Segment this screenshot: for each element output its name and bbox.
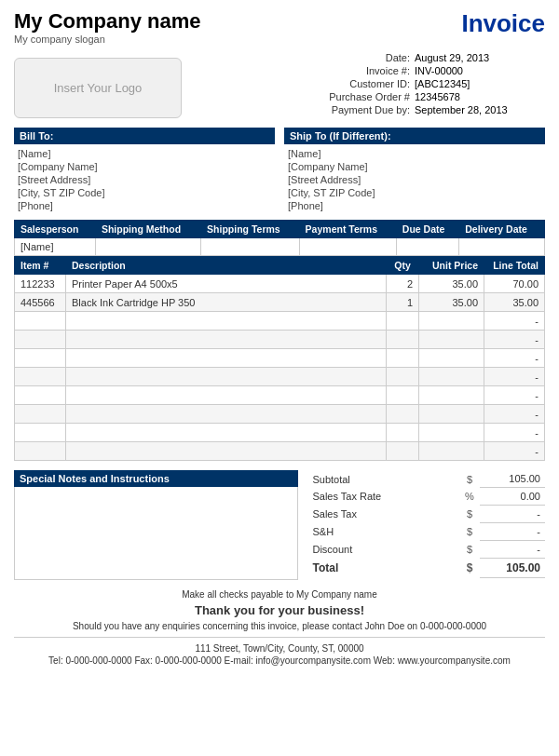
due-date-val: [396, 238, 458, 256]
subtotal-value: 105.00: [480, 470, 545, 488]
tax-rate-value: 0.00: [480, 488, 545, 506]
company-slogan: My company slogan: [14, 34, 201, 45]
table-row: 112233Printer Paper A4 500x5235.0070.00: [15, 275, 545, 293]
ship-line-3: [Street Address]: [284, 173, 545, 186]
bill-line-1: [Name]: [14, 147, 275, 160]
item-cell-item: [15, 424, 66, 442]
total-symbol: $: [459, 559, 480, 578]
bottom-section: Special Notes and Instructions Subtotal …: [14, 470, 545, 580]
sh-symbol: $: [459, 523, 480, 541]
payment-terms-val: [299, 238, 396, 256]
item-cell-qty: 1: [387, 293, 419, 312]
salesperson-table: Salesperson Shipping Method Shipping Ter…: [14, 220, 545, 256]
footer-contact: Tel: 0-000-000-0000 Fax: 0-000-000-0000 …: [14, 655, 545, 666]
ship-line-1: [Name]: [284, 147, 545, 160]
item-cell-total: 70.00: [484, 275, 545, 293]
item-cell-item: [15, 386, 66, 405]
table-row: -: [15, 368, 545, 386]
item-cell-qty: [387, 386, 419, 405]
item-cell-total: -: [484, 405, 545, 424]
subtotal-row: Subtotal $ 105.00: [307, 470, 545, 488]
bill-to-box: Bill To: [Name] [Company Name] [Street A…: [14, 128, 275, 212]
date-label: Date:: [298, 52, 410, 63]
col-shipping-method: Shipping Method: [95, 221, 200, 238]
sales-tax-value: -: [480, 506, 545, 523]
item-cell-qty: [387, 368, 419, 386]
discount-label: Discount: [307, 541, 459, 559]
subtotal-symbol: $: [459, 470, 480, 488]
shipping-terms-val: [201, 238, 300, 256]
item-cell-qty: [387, 442, 419, 461]
item-cell-desc: [66, 442, 387, 461]
item-cell-total: 35.00: [484, 293, 545, 312]
item-cell-item: [15, 331, 66, 349]
sh-row: S&H $ -: [307, 523, 545, 541]
shipping-method-val: [95, 238, 200, 256]
table-row: -: [15, 349, 545, 368]
item-cell-desc: [66, 424, 387, 442]
bill-line-5: [Phone]: [14, 199, 275, 212]
item-cell-total: -: [484, 424, 545, 442]
item-cell-item: 445566: [15, 293, 66, 312]
item-cell-desc: [66, 386, 387, 405]
ship-to-box: Ship To (If Different): [Name] [Company …: [284, 128, 545, 212]
sh-label: S&H: [307, 523, 459, 541]
delivery-date-val: [459, 238, 545, 256]
payment-due-label: Payment Due by:: [298, 104, 410, 115]
purchase-order-value: 12345678: [415, 91, 545, 102]
col-line-total: Line Total: [484, 257, 545, 275]
table-row: -: [15, 331, 545, 349]
item-cell-unit: [419, 349, 484, 368]
bill-line-3: [Street Address]: [14, 173, 275, 186]
totals-box: Subtotal $ 105.00 Sales Tax Rate % 0.00 …: [307, 470, 545, 580]
table-row: -: [15, 386, 545, 405]
tax-rate-label: Sales Tax Rate: [307, 488, 459, 506]
item-cell-unit: [419, 405, 484, 424]
col-delivery-date: Delivery Date: [459, 221, 545, 238]
col-qty: Qty: [387, 257, 419, 275]
item-cell-qty: [387, 349, 419, 368]
table-row: -: [15, 424, 545, 442]
item-cell-qty: 2: [387, 275, 419, 293]
item-cell-total: -: [484, 331, 545, 349]
col-salesperson: Salesperson: [15, 221, 96, 238]
item-cell-item: 112233: [15, 275, 66, 293]
discount-symbol: $: [459, 541, 480, 559]
total-row: Total $ 105.00: [307, 559, 545, 578]
invoice-title: Invoice: [461, 9, 545, 38]
customer-id-value: [ABC12345]: [415, 78, 545, 89]
item-cell-item: [15, 349, 66, 368]
item-cell-qty: [387, 312, 419, 331]
footer-divider: [14, 637, 545, 638]
item-cell-desc: [66, 349, 387, 368]
sales-tax-symbol: $: [459, 506, 480, 523]
col-payment-terms: Payment Terms: [299, 221, 396, 238]
customer-id-label: Customer ID:: [298, 78, 410, 89]
item-cell-desc: [66, 405, 387, 424]
total-value: 105.00: [480, 559, 545, 578]
item-cell-qty: [387, 331, 419, 349]
notes-box: Special Notes and Instructions: [14, 470, 298, 580]
item-cell-unit: [419, 442, 484, 461]
enquiries: Should you have any enquiries concerning…: [14, 621, 545, 631]
invoice-num-value: INV-00000: [415, 65, 545, 76]
sales-tax-label: Sales Tax: [307, 506, 459, 523]
totals-table: Subtotal $ 105.00 Sales Tax Rate % 0.00 …: [307, 470, 545, 578]
discount-value: -: [480, 541, 545, 559]
bill-to-header: Bill To:: [14, 128, 275, 144]
table-row: -: [15, 312, 545, 331]
table-row: -: [15, 405, 545, 424]
item-cell-item: [15, 442, 66, 461]
item-cell-desc: [66, 312, 387, 331]
col-description: Description: [66, 257, 387, 275]
tax-rate-symbol: %: [459, 488, 480, 506]
table-row: 445566Black Ink Cartridge HP 350135.0035…: [15, 293, 545, 312]
item-cell-unit: [419, 424, 484, 442]
item-cell-unit: 35.00: [419, 293, 484, 312]
item-cell-qty: [387, 424, 419, 442]
page-header: My Company name My company slogan Invoic…: [14, 9, 545, 45]
ship-line-5: [Phone]: [284, 199, 545, 212]
item-cell-qty: [387, 405, 419, 424]
thank-you: Thank you for your business!: [14, 603, 545, 617]
ship-to-header: Ship To (If Different):: [284, 128, 545, 144]
